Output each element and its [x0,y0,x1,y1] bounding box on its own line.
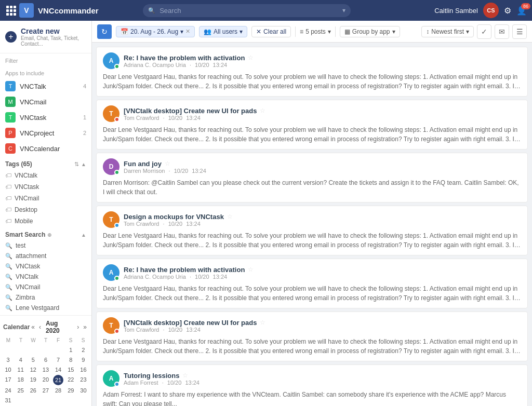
calendar-prev-month[interactable]: ‹ [37,323,43,331]
smart-search-item[interactable]: 🔍Lene Vestgaard [0,303,91,313]
smart-search-header[interactable]: Smart Search ⊕ ▲ [0,227,91,240]
calendar-day-cell[interactable]: 7 [52,355,64,364]
calendar-day-cell[interactable]: 13 [39,365,51,374]
smart-search-item[interactable]: 🔍test [0,240,91,251]
calendar-day-cell[interactable]: 28 [52,386,64,395]
sort-button[interactable]: ↕ Newest first ▾ [421,26,474,37]
create-new-button[interactable]: + Create new Email, Chat, Task, Ticket, … [0,21,91,53]
calendar-empty-cell: . [27,345,39,355]
calendar-day-cell[interactable]: 24 [2,386,14,395]
smart-search-chevron-icon[interactable]: ▲ [81,232,86,238]
calendar-day-cell[interactable]: 14 [52,365,64,374]
sidebar-app-vncmail[interactable]: M VNCmail [0,94,91,110]
calendar-day-cell[interactable]: 9 [77,355,89,364]
refresh-button[interactable]: ↻ [97,24,112,39]
star-icon[interactable]: ☆ [182,372,188,379]
user-avatar[interactable]: CS [483,3,499,18]
tag-item-desktop[interactable]: 🏷Desktop [0,204,91,215]
calendar-day-cell[interactable]: 1 [65,345,77,355]
view-menu-button[interactable]: ☰ [512,24,527,39]
calendar-day-cell[interactable]: 8 [65,355,77,364]
tags-chevron-icon[interactable]: ▲ [81,161,86,167]
search-dropdown-icon[interactable]: ▾ [342,7,345,14]
calendar-day-cell[interactable]: 16 [77,365,89,374]
calendar-day-cell[interactable]: 19 [27,375,39,385]
calendar-day-cell[interactable]: 29 [65,386,77,395]
star-icon[interactable]: ☆ [227,213,233,220]
calendar-day-cell[interactable]: 23 [77,375,89,385]
star-icon[interactable]: ☆ [248,266,254,273]
smart-search-item[interactable]: 🔍VNCtalk [0,272,91,282]
calendar-section: Calendar « ‹ Aug 2020 › » MTWTFSS .....1… [0,315,91,406]
calendar-day-cell[interactable]: 11 [15,365,26,374]
star-icon[interactable]: ☆ [260,319,265,326]
tag-label: Desktop [15,206,37,213]
calendar-day-cell[interactable]: 4 [15,355,26,364]
smart-search-item[interactable]: 🔍Zimbra [0,292,91,303]
calendar-day-cell[interactable]: 6 [39,355,51,364]
settings-icon[interactable]: ⚙ [504,6,511,16]
message-card[interactable]: A Tutoring lessions ☆ Adam Forrest · 10/… [96,364,528,406]
calendar-day-cell[interactable]: 18 [15,375,26,385]
sidebar-app-vnctalk[interactable]: T VNCTalk 4 [0,78,91,94]
view-check-button[interactable]: ✓ [477,24,491,39]
date-filter[interactable]: 📅 20. Aug - 26. Aug ▾ ✕ [116,26,195,37]
search-input[interactable] [143,4,351,17]
calendar-day-cell[interactable]: 2 [77,345,89,355]
tags-expand-icon[interactable]: ⇅ [74,161,79,168]
sidebar-app-vncproject[interactable]: P VNCproject 2 [0,125,91,141]
calendar-day-cell[interactable]: 15 [65,365,77,374]
smart-search-item[interactable]: 🔍VNCtask [0,261,91,272]
message-meta: Tom Crawford · 10/20 13:24 [124,327,521,333]
star-icon[interactable]: ☆ [260,107,265,114]
calendar-prev-year[interactable]: « [30,323,36,331]
star-icon[interactable]: ☆ [165,160,170,167]
date-filter-close-icon[interactable]: ✕ [185,28,190,35]
global-search[interactable]: ▾ [143,4,351,17]
calendar-empty-cell: . [39,345,51,355]
tag-item-vncmail[interactable]: 🏷VNCmail [0,193,91,204]
calendar-day-cell[interactable]: 20 [39,375,51,385]
calendar-day-cell[interactable]: 25 [15,386,26,395]
message-card[interactable]: A Re: I have the problem with activation… [96,47,528,97]
users-filter[interactable]: 👥 All users ▾ [199,26,247,37]
calendar-day-cell[interactable]: 31 [2,396,14,405]
calendar-next-month[interactable]: › [75,323,81,331]
message-time: 13:24 [185,380,200,386]
calendar-next-year[interactable]: » [82,323,88,331]
view-envelope-button[interactable]: ✉ [495,24,509,39]
tags-header[interactable]: Tags (65) ⇅ ▲ [0,156,91,170]
message-card[interactable]: T [VNCtalk desktop] Create new UI for pa… [96,100,528,150]
create-new-icon: + [5,31,17,43]
sidebar-app-vnctask[interactable]: T VNCtask 1 [0,110,91,125]
calendar-today[interactable]: 21 [52,375,64,385]
calendar-day-cell[interactable]: 10 [2,365,14,374]
star-icon[interactable]: ☆ [248,54,254,61]
calendar-day-cell[interactable]: 12 [27,365,39,374]
grid-icon[interactable] [5,5,17,17]
group-by-button[interactable]: ▦ Group by app ▾ [340,26,400,37]
clear-all-button[interactable]: ✕ Clear all [251,26,291,37]
calendar-day-cell[interactable]: 22 [65,375,77,385]
calendar-day-cell[interactable]: 5 [27,355,39,364]
notifications-button[interactable]: 👤 86 [516,6,527,16]
calendar-day-cell[interactable]: 17 [2,375,14,385]
message-card[interactable]: T Design a mockups for VNCtask ☆ Tom Cra… [96,206,528,255]
calendar-day-cell[interactable]: 27 [39,386,51,395]
tag-label: VNCtask [15,183,39,191]
message-card[interactable]: T [VNCtalk desktop] Create new UI for pa… [96,312,528,361]
message-card[interactable]: D Fun and joy ☆ Darren Morrison · 10/20 … [96,153,528,202]
tag-item-vnctask[interactable]: 🏷VNCtask [0,181,91,193]
tag-item-mobile[interactable]: 🏷Mobile [0,215,91,227]
tags-list: 🏷VNCtalk🏷VNCtask🏷VNCmail🏷Desktop🏷Mobile [0,170,91,227]
calendar-day-cell[interactable]: 3 [2,355,14,364]
calendar-day-cell[interactable]: 30 [77,386,89,395]
smart-search-item[interactable]: 🔍attachment [0,251,91,261]
posts-dropdown-icon[interactable]: ▾ [328,28,331,35]
tag-item-vnctalk[interactable]: 🏷VNCtalk [0,170,91,181]
smart-search-item[interactable]: 🔍VNCmail [0,282,91,292]
sidebar-app-vnccalendar[interactable]: C VNCcalendar [0,141,91,156]
message-card[interactable]: A Re: I have the problem with activation… [96,259,528,308]
calendar-day-cell[interactable]: 26 [27,386,39,395]
search-icon: 🔍 [5,305,12,312]
